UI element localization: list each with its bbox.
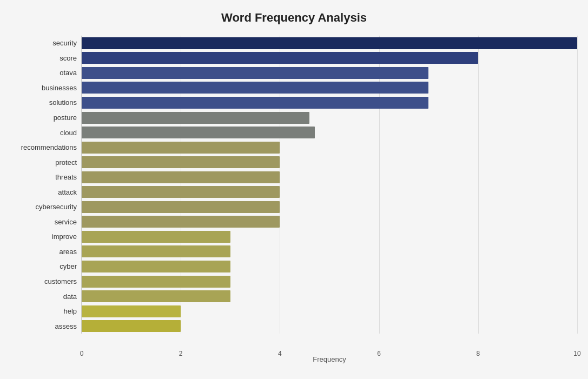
x-axis-label: Frequency bbox=[313, 355, 346, 363]
x-tick-label: 10 bbox=[573, 350, 580, 357]
bar bbox=[82, 171, 280, 183]
bar-row bbox=[82, 215, 577, 229]
bar-row bbox=[82, 66, 577, 80]
y-axis-label: businesses bbox=[42, 84, 77, 91]
x-tick-label: 8 bbox=[476, 350, 480, 357]
bar-row bbox=[82, 230, 577, 244]
bar-row bbox=[82, 96, 577, 110]
bar-row bbox=[82, 141, 577, 155]
bar-row bbox=[82, 200, 577, 214]
bar bbox=[82, 67, 428, 79]
bar-row bbox=[82, 260, 577, 274]
y-axis-label: recommendations bbox=[21, 144, 77, 151]
y-axis-label: cybersecurity bbox=[35, 203, 77, 210]
bar bbox=[82, 127, 315, 138]
y-axis-label: data bbox=[63, 293, 77, 300]
bar-row bbox=[82, 275, 577, 289]
bar bbox=[82, 290, 230, 302]
bar bbox=[82, 276, 230, 288]
bar bbox=[82, 156, 280, 168]
bar bbox=[82, 305, 181, 317]
y-axis-label: assess bbox=[55, 323, 77, 330]
bar-row bbox=[82, 51, 577, 65]
bar bbox=[82, 82, 428, 94]
bar bbox=[82, 52, 478, 64]
y-axis-label: security bbox=[52, 39, 77, 46]
y-axis-label: score bbox=[60, 55, 77, 62]
x-tick-label: 6 bbox=[377, 350, 381, 357]
bar-row bbox=[82, 319, 577, 333]
bar bbox=[82, 201, 280, 213]
bar bbox=[82, 216, 280, 228]
bar bbox=[82, 261, 230, 272]
y-axis-label: protect bbox=[55, 159, 77, 166]
bar-row bbox=[82, 36, 577, 50]
bar-row bbox=[82, 185, 577, 199]
bar bbox=[82, 186, 280, 198]
y-axis-label: improve bbox=[52, 233, 77, 240]
y-axis-labels: securityscoreotavabusinessessolutionspos… bbox=[11, 36, 81, 334]
bar bbox=[82, 112, 309, 124]
bar bbox=[82, 142, 280, 154]
bar-row bbox=[82, 125, 577, 139]
bar-row bbox=[82, 170, 577, 184]
y-axis-label: areas bbox=[59, 248, 77, 255]
bar bbox=[82, 97, 428, 109]
y-axis-label: threats bbox=[55, 174, 77, 181]
plot-area: 0246810 Frequency bbox=[81, 36, 577, 334]
bar-row bbox=[82, 81, 577, 95]
grid-line bbox=[577, 36, 578, 334]
x-tick-label: 4 bbox=[278, 350, 282, 357]
y-axis-label: service bbox=[55, 218, 77, 225]
y-axis-label: solutions bbox=[49, 99, 77, 106]
chart-container: Word Frequency Analysis securityscoreota… bbox=[0, 0, 588, 379]
chart-title: Word Frequency Analysis bbox=[11, 11, 577, 25]
bar bbox=[82, 320, 181, 332]
bar-row bbox=[82, 155, 577, 169]
y-axis-label: otava bbox=[60, 69, 77, 76]
x-tick-label: 2 bbox=[179, 350, 183, 357]
y-axis-label: cyber bbox=[60, 263, 77, 270]
y-axis-label: attack bbox=[58, 189, 77, 196]
y-axis-label: customers bbox=[44, 278, 77, 285]
bar-row bbox=[82, 111, 577, 125]
chart-area: securityscoreotavabusinessessolutionspos… bbox=[11, 36, 577, 334]
bar bbox=[82, 37, 577, 49]
bar-row bbox=[82, 304, 577, 318]
y-axis-label: posture bbox=[54, 114, 77, 121]
bar bbox=[82, 245, 230, 257]
bar-row bbox=[82, 244, 577, 258]
x-tick-label: 0 bbox=[80, 350, 84, 357]
bar bbox=[82, 231, 230, 243]
bar-row bbox=[82, 289, 577, 303]
y-axis-label: cloud bbox=[60, 129, 77, 136]
y-axis-label: help bbox=[63, 308, 77, 315]
